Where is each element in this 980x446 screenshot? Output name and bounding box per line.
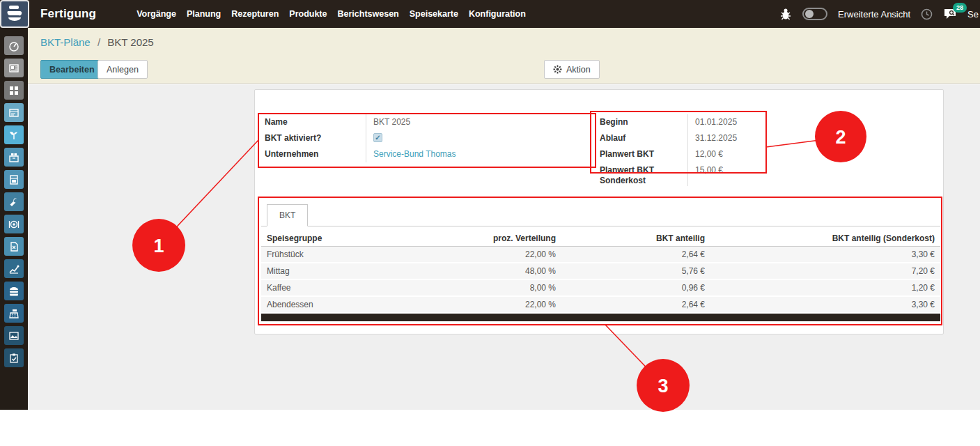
- dashboard-speedometer-icon[interactable]: [4, 36, 24, 55]
- field-row-name: Name BKT 2025: [265, 114, 591, 130]
- beginn-value: 01.01.2025: [687, 114, 761, 130]
- bearbeiten-button[interactable]: Bearbeiten: [40, 60, 104, 79]
- nav-item-produkte[interactable]: Produkte: [289, 9, 327, 19]
- product-boxes-icon[interactable]: [4, 148, 24, 167]
- beginn-label: Beginn: [600, 114, 687, 130]
- app-grid-icon[interactable]: [4, 81, 24, 100]
- horizontal-scrollbar[interactable]: [261, 314, 940, 321]
- line-chart-icon[interactable]: [4, 259, 24, 278]
- nav-item-speisekarte[interactable]: Speisekarte: [410, 9, 458, 19]
- bug-icon[interactable]: [779, 8, 792, 20]
- ablauf-value: 31.12.2025: [687, 130, 761, 146]
- breadcrumb: BKT-Pläne / BKT 2025: [40, 36, 154, 48]
- company-logo[interactable]: [0, 0, 29, 28]
- general-fields-group: Name BKT 2025 BKT aktiviert? ✓ Unternehm…: [265, 114, 591, 162]
- erweiterte-ansicht-toggle[interactable]: [802, 8, 827, 20]
- table-row[interactable]: Abendessen 22,00 % 2,64 € 3,30 €: [261, 296, 940, 313]
- anlegen-button[interactable]: Anlegen: [98, 60, 148, 79]
- chat-button[interactable]: 28: [943, 8, 957, 20]
- bkt-aktiviert-checkbox[interactable]: ✓: [373, 133, 382, 142]
- cell-speisegruppe: Frühstück: [261, 247, 414, 263]
- dish-service-icon[interactable]: [4, 215, 24, 233]
- col-header-bkt-anteilig-sonderkost: BKT anteilig (Sonderkost): [710, 231, 940, 247]
- nav-item-berichtswesen[interactable]: Berichtswesen: [338, 9, 399, 19]
- news-panel-icon[interactable]: [4, 59, 24, 77]
- picture-chart-icon[interactable]: [4, 326, 24, 345]
- app-window: Fertigung Vorgänge Planung Rezepturen Pr…: [0, 0, 980, 446]
- toggle-knob: [805, 10, 814, 18]
- planwert-bkt-sonderkost-label: Planwert BKT Sonderkost: [600, 162, 687, 186]
- gear-icon: [553, 65, 562, 74]
- name-label: Name: [265, 114, 366, 130]
- breadcrumb-parent-link[interactable]: BKT-Pläne: [40, 36, 91, 48]
- planwert-bkt-sonderkost-value: 15,00 €: [687, 162, 761, 186]
- unternehmen-link[interactable]: Service-Bund Thomas: [366, 146, 591, 162]
- col-header-proz-verteilung: proz. Verteilung: [414, 231, 561, 247]
- cell-speisegruppe: Kaffee: [261, 279, 414, 296]
- chat-count-badge: 28: [953, 3, 967, 13]
- tab-strip: BKT: [261, 203, 940, 226]
- cell-speisegruppe: Mittag: [261, 263, 414, 279]
- col-header-bkt-anteilig: BKT anteilig: [561, 231, 710, 247]
- plan-period-fields-group: Beginn 01.01.2025 Ablauf 31.12.2025 Plan…: [600, 114, 761, 186]
- cell-anteilig: 5,76 €: [561, 263, 710, 279]
- breadcrumb-current: BKT 2025: [107, 36, 153, 48]
- app-title: Fertigung: [40, 7, 96, 21]
- cell-anteilig: 2,64 €: [561, 247, 710, 263]
- canister-icon[interactable]: [4, 237, 24, 256]
- cell-anteilig-sonderkost: 3,30 €: [710, 296, 940, 313]
- planwert-bkt-value: 12,00 €: [687, 146, 761, 162]
- stacked-dishes-logo-icon: [6, 4, 24, 24]
- storage-cabinet-icon[interactable]: [4, 170, 24, 189]
- tab-bkt[interactable]: BKT: [267, 204, 308, 226]
- field-row-planwert: Planwert BKT 12,00 €: [600, 146, 761, 162]
- nav-item-vorgaenge[interactable]: Vorgänge: [137, 9, 176, 19]
- cell-verteilung: 48,00 %: [414, 263, 561, 279]
- topbar-right-cluster: Erweiterte Ansicht 28 Se: [779, 0, 980, 28]
- cell-verteilung: 8,00 %: [414, 279, 561, 296]
- aktion-button[interactable]: Aktion: [544, 60, 600, 79]
- table-header-row: Speisegruppe proz. Verteilung BKT anteil…: [261, 231, 940, 247]
- field-row-planwert-sonderkost: Planwert BKT Sonderkost 15,00 €: [600, 162, 761, 186]
- unternehmen-label: Unternehmen: [265, 146, 366, 162]
- nav-item-rezepturen[interactable]: Rezepturen: [231, 9, 279, 19]
- name-value: BKT 2025: [366, 114, 591, 130]
- nav-item-konfiguration[interactable]: Konfiguration: [469, 9, 526, 19]
- cell-anteilig: 2,64 €: [561, 296, 710, 313]
- col-header-speisegruppe: Speisegruppe: [261, 231, 414, 247]
- table-row[interactable]: Mittag 48,00 % 5,76 € 7,20 €: [261, 263, 940, 279]
- ablauf-label: Ablauf: [600, 130, 687, 146]
- user-menu-truncated[interactable]: Se: [967, 9, 979, 20]
- speisegruppe-table: Speisegruppe proz. Verteilung BKT anteil…: [261, 231, 940, 314]
- clock-icon[interactable]: [921, 8, 933, 20]
- breadcrumb-separator: /: [98, 36, 100, 48]
- seedling-icon[interactable]: [4, 125, 24, 144]
- field-row-begin: Beginn 01.01.2025: [600, 114, 761, 130]
- aktion-button-label: Aktion: [566, 65, 591, 75]
- cell-anteilig-sonderkost: 3,30 €: [710, 247, 940, 263]
- cell-anteilig-sonderkost: 7,20 €: [710, 263, 940, 279]
- cell-anteilig-sonderkost: 1,20 €: [710, 279, 940, 296]
- erweiterte-ansicht-label: Erweiterte Ansicht: [838, 9, 910, 20]
- cell-verteilung: 22,00 %: [414, 247, 561, 263]
- cell-speisegruppe: Abendessen: [261, 296, 414, 313]
- top-navigation-bar: Fertigung Vorgänge Planung Rezepturen Pr…: [0, 0, 980, 28]
- table-row[interactable]: Kaffee 8,00 % 0,96 € 1,20 €: [261, 279, 940, 296]
- field-row-activated: BKT aktiviert? ✓: [265, 130, 591, 146]
- wrench-tools-icon[interactable]: [4, 192, 24, 211]
- page-header-band: BKT-Pläne / BKT 2025 Bearbeiten Anlegen …: [28, 28, 980, 84]
- list-card-icon[interactable]: [4, 103, 24, 122]
- nav-item-planung[interactable]: Planung: [187, 9, 221, 19]
- cell-verteilung: 22,00 %: [414, 296, 561, 313]
- bkt-aktiviert-label: BKT aktiviert?: [265, 130, 366, 146]
- planwert-bkt-label: Planwert BKT: [600, 146, 687, 162]
- icon-sidebar: [0, 28, 28, 410]
- burger-icon[interactable]: [4, 282, 24, 300]
- field-row-company: Unternehmen Service-Bund Thomas: [265, 146, 591, 162]
- cell-anteilig: 0,96 €: [561, 279, 710, 296]
- cash-register-icon[interactable]: [4, 304, 24, 323]
- table-row[interactable]: Frühstück 22,00 % 2,64 € 3,30 €: [261, 247, 940, 263]
- field-row-end: Ablauf 31.12.2025: [600, 130, 761, 146]
- main-nav: Vorgänge Planung Rezepturen Produkte Ber…: [137, 9, 526, 19]
- clipboard-check-icon[interactable]: [4, 348, 24, 367]
